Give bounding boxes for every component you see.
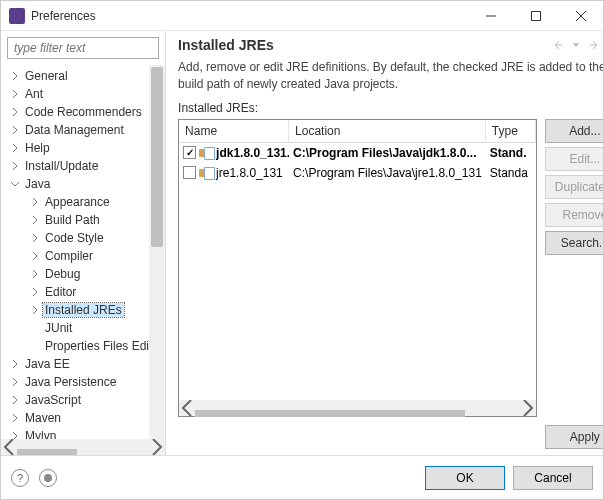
tree-item-editor[interactable]: Editor bbox=[1, 283, 165, 301]
tree-item-label: Java bbox=[23, 177, 52, 191]
filter-input[interactable] bbox=[7, 37, 159, 59]
tree-item-build-path[interactable]: Build Path bbox=[1, 211, 165, 229]
column-name[interactable]: Name bbox=[179, 120, 289, 142]
tree-item-code-recommenders[interactable]: Code Recommenders bbox=[1, 103, 165, 121]
scroll-right-icon[interactable] bbox=[149, 439, 165, 455]
chevron-right-icon[interactable] bbox=[29, 304, 41, 316]
filter-container bbox=[7, 37, 159, 59]
edit-button[interactable]: Edit... bbox=[545, 147, 603, 171]
minimize-button[interactable] bbox=[468, 1, 513, 30]
tree-item-label: Help bbox=[23, 141, 52, 155]
tree-item-mylyn[interactable]: Mylyn bbox=[1, 427, 165, 439]
chevron-right-icon[interactable] bbox=[29, 232, 41, 244]
chevron-right-icon[interactable] bbox=[9, 142, 21, 154]
tree-item-label: Editor bbox=[43, 285, 78, 299]
tree-item-label: JavaScript bbox=[23, 393, 83, 407]
dialog-button-bar: ? OK Cancel bbox=[1, 455, 603, 499]
tree-item-java-persistence[interactable]: Java Persistence bbox=[1, 373, 165, 391]
help-icon[interactable]: ? bbox=[11, 469, 29, 487]
jre-button-column: Add... Edit... Duplicate... Remove Searc… bbox=[545, 119, 603, 417]
chevron-right-icon[interactable] bbox=[29, 196, 41, 208]
tree-item-install-update[interactable]: Install/Update bbox=[1, 157, 165, 175]
chevron-right-icon[interactable] bbox=[9, 106, 21, 118]
tree-item-debug[interactable]: Debug bbox=[1, 265, 165, 283]
chevron-right-icon[interactable] bbox=[9, 88, 21, 100]
page-title: Installed JREs bbox=[178, 37, 553, 53]
preferences-page: Installed JREs Add, remove or edit JRE d… bbox=[166, 31, 603, 455]
chevron-right-icon[interactable] bbox=[29, 250, 41, 262]
tree-item-data-management[interactable]: Data Management bbox=[1, 121, 165, 139]
tree-item-code-style[interactable]: Code Style bbox=[1, 229, 165, 247]
chevron-right-icon[interactable] bbox=[9, 394, 21, 406]
tree-item-java[interactable]: Java bbox=[1, 175, 165, 193]
chevron-right-icon[interactable] bbox=[9, 376, 21, 388]
tree-item-label: Maven bbox=[23, 411, 63, 425]
tree-item-label: JUnit bbox=[43, 321, 74, 335]
forward-icon[interactable] bbox=[585, 40, 599, 50]
chevron-right-icon[interactable] bbox=[9, 430, 21, 439]
jre-table[interactable]: Name Location Type ✓jdk1.8.0_131...C:\Pr… bbox=[178, 119, 537, 417]
tree-item-label: Code Recommenders bbox=[23, 105, 144, 119]
column-type[interactable]: Type bbox=[486, 120, 536, 142]
ok-button[interactable]: OK bbox=[425, 466, 505, 490]
tree-item-installed-jres[interactable]: Installed JREs bbox=[1, 301, 165, 319]
maximize-button[interactable] bbox=[513, 1, 558, 30]
jre-icon bbox=[199, 167, 213, 179]
scroll-right-icon[interactable] bbox=[520, 400, 536, 416]
chevron-right-icon[interactable] bbox=[9, 358, 21, 370]
tree-item-label: Installed JREs bbox=[43, 303, 124, 317]
table-label: Installed JREs: bbox=[166, 101, 603, 119]
chevron-right-icon[interactable] bbox=[29, 286, 41, 298]
chevron-right-icon[interactable] bbox=[9, 160, 21, 172]
oomph-record-icon[interactable] bbox=[39, 469, 57, 487]
tree-item-java-ee[interactable]: Java EE bbox=[1, 355, 165, 373]
tree-item-compiler[interactable]: Compiler bbox=[1, 247, 165, 265]
scroll-left-icon[interactable] bbox=[1, 439, 17, 455]
duplicate-button[interactable]: Duplicate... bbox=[545, 175, 603, 199]
tree-item-label: Java Persistence bbox=[23, 375, 118, 389]
chevron-right-icon[interactable] bbox=[29, 322, 41, 334]
tree-item-general[interactable]: General bbox=[1, 67, 165, 85]
tree-item-properties-files-editor[interactable]: Properties Files Editor bbox=[1, 337, 165, 355]
apply-button[interactable]: Apply bbox=[545, 425, 603, 449]
chevron-right-icon[interactable] bbox=[9, 412, 21, 424]
jre-checkbox[interactable]: ✓ bbox=[183, 146, 196, 159]
tree-item-javascript[interactable]: JavaScript bbox=[1, 391, 165, 409]
dropdown-icon[interactable] bbox=[573, 42, 579, 48]
search-button[interactable]: Search... bbox=[545, 231, 603, 255]
chevron-right-icon[interactable] bbox=[29, 214, 41, 226]
chevron-right-icon[interactable] bbox=[9, 70, 21, 82]
add-button[interactable]: Add... bbox=[545, 119, 603, 143]
tree-item-label: Code Style bbox=[43, 231, 106, 245]
tree-item-help[interactable]: Help bbox=[1, 139, 165, 157]
back-icon[interactable] bbox=[553, 40, 567, 50]
title-bar: Preferences bbox=[1, 1, 603, 31]
tree-item-label: Data Management bbox=[23, 123, 126, 137]
tree-item-ant[interactable]: Ant bbox=[1, 85, 165, 103]
jre-checkbox[interactable] bbox=[183, 166, 196, 179]
preferences-tree[interactable]: GeneralAntCode RecommendersData Manageme… bbox=[1, 65, 165, 439]
column-location[interactable]: Location bbox=[289, 120, 486, 142]
tree-vertical-scrollbar[interactable] bbox=[149, 65, 165, 439]
close-button[interactable] bbox=[558, 1, 603, 30]
tree-horizontal-scrollbar[interactable] bbox=[1, 439, 165, 455]
table-row[interactable]: ✓jdk1.8.0_131...C:\Program Files\Java\jd… bbox=[179, 143, 536, 163]
tree-item-label: Properties Files Editor bbox=[43, 339, 165, 353]
cancel-button[interactable]: Cancel bbox=[513, 466, 593, 490]
tree-item-label: Compiler bbox=[43, 249, 95, 263]
jre-location: C:\Program Files\Java\jre1.8.0_131 bbox=[289, 166, 486, 180]
tree-item-junit[interactable]: JUnit bbox=[1, 319, 165, 337]
chevron-down-icon[interactable] bbox=[9, 178, 21, 190]
remove-button[interactable]: Remove bbox=[545, 203, 603, 227]
chevron-right-icon[interactable] bbox=[9, 124, 21, 136]
chevron-right-icon[interactable] bbox=[29, 340, 41, 352]
jre-name: jre1.8.0_131 bbox=[216, 166, 283, 180]
chevron-right-icon[interactable] bbox=[29, 268, 41, 280]
table-row[interactable]: jre1.8.0_131C:\Program Files\Java\jre1.8… bbox=[179, 163, 536, 183]
tree-item-label: Debug bbox=[43, 267, 82, 281]
page-nav-icons bbox=[553, 40, 603, 50]
table-horizontal-scrollbar[interactable] bbox=[179, 400, 536, 416]
scroll-left-icon[interactable] bbox=[179, 400, 195, 416]
tree-item-maven[interactable]: Maven bbox=[1, 409, 165, 427]
tree-item-appearance[interactable]: Appearance bbox=[1, 193, 165, 211]
